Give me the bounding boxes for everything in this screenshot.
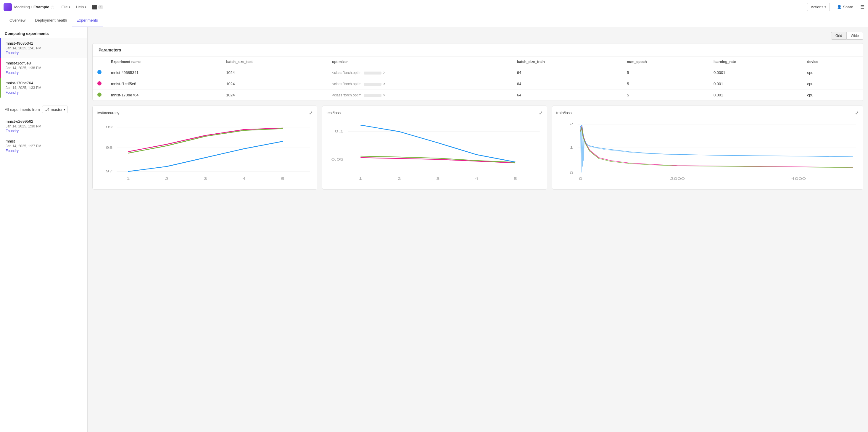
comparing-experiments-title: Comparing experiments (0, 27, 87, 38)
exp-source[interactable]: Foundry (6, 129, 83, 133)
branch-name: master (51, 107, 62, 112)
help-menu[interactable]: Help ▾ (74, 4, 89, 10)
content-inner: Grid Wide Parameters Experiment name bat… (88, 27, 868, 194)
dot-green-icon (97, 93, 101, 97)
sidebar-experiment-item[interactable]: mnist-170be764 Jan 14, 2025, 1:33 PM Fou… (0, 78, 87, 98)
row-batch-size-test: 1024 (221, 67, 327, 78)
table-row: mnist-f1cdf5e8 1024 <class 'torch.optim.… (93, 78, 863, 90)
train-loss-chart: 2 1 0 0 2000 4000 (556, 119, 859, 184)
wide-view-button[interactable]: Wide (847, 32, 863, 40)
breadcrumb-current: Example (33, 5, 49, 9)
table-row: mnist-170be764 1024 <class 'torch.optim.… (93, 90, 863, 101)
row-num-epoch: 5 (622, 78, 709, 90)
dot-red-icon (97, 81, 101, 86)
share-label: Share (843, 5, 853, 9)
exp-source[interactable]: Foundry (6, 149, 83, 153)
charts-row: test/accuracy ⤢ 99 98 97 1 2 (92, 106, 863, 190)
parameters-card: Parameters Experiment name batch_size_te… (92, 43, 863, 101)
all-experiments-section: All experiments from ⎇ master ▾ (0, 103, 87, 116)
actions-chevron-icon: ▾ (825, 5, 826, 8)
chart-title: test/loss (327, 110, 341, 115)
breadcrumb-parent[interactable]: Modeling (14, 5, 30, 9)
actions-button[interactable]: Actions ▾ (807, 3, 830, 11)
row-dot-cell (93, 90, 106, 101)
col-header-name (93, 57, 106, 67)
exp-name: mnist-f1cdf5e8 (6, 61, 83, 65)
sidebar-divider (0, 100, 87, 100)
star-icon[interactable]: ☆ (51, 5, 55, 9)
expand-icon[interactable]: ⤢ (539, 110, 543, 115)
sidebar-experiment-item[interactable]: mnist Jan 14, 2025, 1:27 PM Foundry (0, 136, 87, 156)
file-menu[interactable]: File ▾ (59, 4, 72, 10)
deploy-button[interactable]: ⬛ 1 (90, 4, 106, 11)
svg-text:0.1: 0.1 (335, 130, 344, 133)
svg-text:3: 3 (204, 177, 207, 180)
content-area: Grid Wide Parameters Experiment name bat… (88, 27, 868, 432)
svg-text:2: 2 (569, 122, 573, 126)
train-loss-chart-card: train/loss ⤢ 2 1 0 0 2000 (552, 106, 863, 190)
exp-date: Jan 14, 2025, 1:27 PM (6, 144, 83, 148)
sidebar-experiment-item[interactable]: mnist-e2e99562 Jan 14, 2025, 1:30 PM Fou… (0, 116, 87, 136)
grid-view-button[interactable]: Grid (831, 32, 847, 40)
topbar: Modeling › Example ☆ File ▾ Help ▾ ⬛ 1 A… (0, 0, 868, 14)
chart-title: test/accuracy (97, 110, 120, 115)
row-learning-rate: 0.001 (709, 78, 802, 90)
table-row: mnist-49685341 1024 <class 'torch.optim.… (93, 67, 863, 78)
branch-icon: ⎇ (45, 107, 50, 112)
exp-source[interactable]: Foundry (6, 71, 83, 75)
tab-experiments[interactable]: Experiments (72, 14, 103, 27)
share-button[interactable]: 👤 Share (833, 3, 857, 11)
row-batch-size-train: 64 (512, 78, 622, 90)
test-accuracy-chart: 99 98 97 1 2 3 4 5 (97, 119, 313, 184)
breadcrumb-sep: › (31, 5, 32, 9)
chart-title: train/loss (556, 110, 572, 115)
col-header-batch-size-train: batch_size_train (512, 57, 622, 67)
exp-source[interactable]: Foundry (6, 51, 83, 55)
col-header-optimizer: optimizer (327, 57, 512, 67)
chart-header: test/accuracy ⤢ (97, 110, 313, 115)
row-exp-name: mnist-49685341 (106, 67, 221, 78)
nav-tabs: Overview Deployment health Experiments (0, 14, 868, 27)
svg-text:2: 2 (398, 177, 401, 180)
exp-name: mnist-e2e99562 (6, 119, 83, 124)
row-batch-size-train: 64 (512, 67, 622, 78)
svg-text:4: 4 (475, 177, 478, 180)
branch-selector[interactable]: ⎇ master ▾ (42, 106, 68, 113)
row-device: cpu (803, 90, 863, 101)
test-loss-chart-card: test/loss ⤢ 0.1 0.05 1 2 3 4 (322, 106, 547, 190)
sidebar-experiment-item[interactable]: mnist-f1cdf5e8 Jan 14, 2025, 1:38 PM Fou… (0, 58, 87, 78)
tab-deployment-health[interactable]: Deployment health (30, 14, 72, 27)
sidebar-experiment-item[interactable]: mnist-49685341 Jan 14, 2025, 1:41 PM Fou… (0, 38, 87, 58)
topbar-right: Actions ▾ 👤 Share ☰ (807, 3, 864, 11)
exp-name: mnist-49685341 (6, 41, 83, 45)
share-icon: 👤 (837, 5, 842, 9)
svg-text:98: 98 (106, 146, 113, 149)
test-loss-chart: 0.1 0.05 1 2 3 4 5 (327, 119, 542, 184)
expand-icon[interactable]: ⤢ (855, 110, 859, 115)
svg-text:4000: 4000 (791, 177, 806, 180)
topbar-menus: File ▾ Help ▾ ⬛ 1 (59, 4, 106, 11)
all-experiments-label: All experiments from (5, 107, 40, 112)
exp-source[interactable]: Foundry (6, 91, 83, 95)
row-device: cpu (803, 67, 863, 78)
col-header-learning-rate: learning_rate (709, 57, 802, 67)
svg-text:1: 1 (569, 146, 573, 149)
svg-text:1: 1 (126, 177, 130, 180)
tab-overview[interactable]: Overview (5, 14, 30, 27)
row-optimizer: <class 'torch.optim.'> (327, 78, 512, 90)
col-header-num-epoch: num_epoch (622, 57, 709, 67)
svg-text:2000: 2000 (670, 177, 685, 180)
svg-text:0: 0 (569, 171, 573, 174)
row-batch-size-test: 1024 (221, 78, 327, 90)
exp-date: Jan 14, 2025, 1:38 PM (6, 66, 83, 70)
view-toggle: Grid Wide (92, 32, 863, 40)
chart-header: test/loss ⤢ (327, 110, 542, 115)
hamburger-menu-icon[interactable]: ☰ (860, 4, 864, 10)
row-num-epoch: 5 (622, 90, 709, 101)
chart-header: train/loss ⤢ (556, 110, 859, 115)
row-optimizer: <class 'torch.optim.'> (327, 90, 512, 101)
sidebar: Comparing experiments mnist-49685341 Jan… (0, 27, 88, 432)
exp-name: mnist-170be764 (6, 81, 83, 85)
svg-text:1: 1 (359, 177, 363, 180)
expand-icon[interactable]: ⤢ (309, 110, 313, 115)
